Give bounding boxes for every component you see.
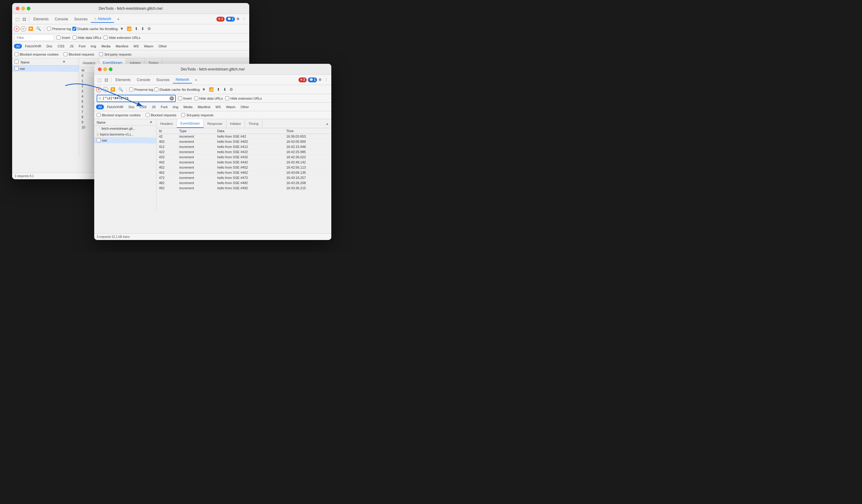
type-css-back[interactable]: CSS (56, 44, 67, 49)
type-other-back[interactable]: Other (156, 44, 169, 49)
panel-tab-response-front[interactable]: Response (204, 119, 226, 128)
device-icon[interactable]: ⊡ (21, 16, 28, 23)
type-other-front[interactable]: Other (238, 105, 251, 109)
type-font-back[interactable]: Font (77, 44, 88, 49)
type-fetch-front[interactable]: Fetch/XHR (105, 105, 126, 109)
tab-network-back[interactable]: ⚠ Network (91, 15, 114, 23)
wifi-icon-front[interactable]: 📶 (208, 87, 214, 92)
hide-data-label-back[interactable]: Hide data URLs (73, 36, 102, 40)
invert-label-front[interactable]: Invert (178, 96, 192, 100)
es-row-front[interactable]: 432incrementhello from SSE #43216:42:36.… (157, 155, 331, 160)
minimize-button-back[interactable] (21, 7, 25, 10)
type-wasm-back[interactable]: Wasm (142, 44, 156, 49)
tab-elements-back[interactable]: Elements (30, 16, 52, 23)
panel-tab-initiator-front[interactable]: Initiator (226, 119, 245, 128)
tab-console-front[interactable]: Console (134, 77, 153, 83)
third-party-front[interactable]: 3rd-party requests (181, 113, 213, 117)
invert-check-back[interactable] (56, 36, 61, 40)
request-row-sse-front[interactable]: sse (94, 137, 156, 143)
record-btn-front[interactable]: ● (96, 87, 102, 92)
clear-btn-front[interactable]: ⊘ (103, 87, 108, 92)
maximize-button-back[interactable] (27, 7, 30, 10)
es-row-front[interactable]: 442incrementhello from SSE #44216:42:46.… (157, 160, 331, 165)
tab-sources-back[interactable]: Sources (71, 16, 91, 23)
panel-tab-eventstream-front[interactable]: EventStream (177, 119, 204, 128)
filter-icon-back[interactable]: 🔽 (27, 26, 34, 31)
invert-check-front[interactable] (178, 96, 182, 100)
regex-input-front[interactable] (102, 96, 168, 100)
es-row-front[interactable]: 422incrementhello from SSE #42216:42:25.… (157, 149, 331, 155)
type-media-front[interactable]: Media (181, 105, 195, 109)
tab-console-back[interactable]: Console (52, 16, 71, 23)
download-icon-back[interactable]: ⬇ (140, 26, 145, 31)
type-ws-back[interactable]: WS (131, 44, 141, 49)
disable-cache-label-front[interactable]: Disable cache (154, 88, 181, 91)
preserve-log-check-front[interactable] (129, 88, 133, 91)
hide-data-check-front[interactable] (194, 96, 198, 100)
minimize-button-front[interactable] (103, 67, 107, 71)
invert-label-back[interactable]: Invert (56, 36, 70, 40)
third-party-back[interactable]: 3rd-party requests (99, 52, 131, 56)
more-icon-front[interactable]: ⋮ (323, 77, 329, 83)
disable-cache-check-front[interactable] (154, 88, 158, 91)
es-row-front[interactable]: 402incrementhello from SSE #40216:42:05.… (157, 139, 331, 144)
upload-icon-front[interactable]: ⬆ (216, 87, 221, 92)
type-manifest-front[interactable]: Manifest (195, 105, 212, 109)
panel-tab-headers-front[interactable]: Headers (157, 119, 177, 128)
type-doc-back[interactable]: Doc (44, 44, 55, 49)
type-img-front[interactable]: Img (170, 105, 180, 109)
request-row-sse-back[interactable]: sse (12, 66, 79, 72)
hide-ext-label-front[interactable]: Hide extension URLs (225, 96, 262, 100)
es-row-front[interactable]: 452incrementhello from SSE #45216:42:56.… (157, 165, 331, 170)
es-row-front[interactable]: 472incrementhello from SSE #47216:43:16.… (157, 175, 331, 181)
es-row-front[interactable]: 482incrementhello from SSE #48216:43:26.… (157, 181, 331, 186)
type-media-back[interactable]: Media (99, 44, 113, 49)
regex-clear-btn[interactable]: ✕ (170, 96, 174, 101)
preserve-log-label-front[interactable]: Preserve log (129, 88, 153, 91)
filter-input-back[interactable] (15, 34, 54, 41)
hide-data-label-front[interactable]: Hide data URLs (194, 96, 223, 100)
inspect-icon[interactable]: ⬚ (14, 16, 21, 23)
es-row-front[interactable]: 462incrementhello from SSE #46216:43:06.… (157, 170, 331, 175)
wifi-icon-back[interactable]: 📶 (126, 26, 132, 31)
close-button-front[interactable] (98, 67, 102, 71)
search-icon-back[interactable]: 🔍 (35, 26, 42, 31)
type-img-back[interactable]: Img (89, 44, 98, 49)
blocked-cookies-front[interactable]: Blocked response cookies (97, 113, 141, 117)
type-js-back[interactable]: JS (67, 44, 76, 49)
hide-ext-label-back[interactable]: Hide extension URLs (104, 36, 140, 40)
close-button-back[interactable] (16, 7, 19, 10)
inspect-icon-front[interactable]: ⬚ (96, 77, 103, 83)
type-all-front[interactable]: All (96, 105, 104, 109)
type-font-front[interactable]: Font (159, 105, 170, 109)
disable-cache-label-back[interactable]: Disable cache (72, 27, 99, 31)
throttling-dropdown-front[interactable]: ▼ (201, 87, 207, 92)
tab-elements-front[interactable]: Elements (113, 77, 134, 83)
type-js-front[interactable]: JS (149, 105, 158, 109)
tab-more-back[interactable]: » (114, 16, 122, 23)
device-icon-front[interactable]: ⊡ (103, 77, 110, 83)
record-btn-back[interactable]: ● (14, 26, 19, 31)
settings2-icon-back[interactable]: ⚙ (146, 26, 152, 31)
search-icon-front[interactable]: 🔍 (117, 87, 124, 92)
request-row-fetch-front[interactable]: 📄 fetch-eventstream.gli... (94, 126, 156, 132)
select-sse-front[interactable] (97, 138, 101, 142)
tab-more-front[interactable]: » (192, 77, 200, 83)
type-manifest-back[interactable]: Manifest (113, 44, 130, 49)
blocked-req-front[interactable]: Blocked requests (146, 113, 176, 117)
type-doc-front[interactable]: Doc (127, 105, 137, 109)
regex-cancel-btn[interactable]: ⊘ (99, 96, 101, 100)
settings-icon-front[interactable]: ⚙ (317, 77, 323, 83)
type-fetch-back[interactable]: Fetch/XHR (23, 44, 43, 49)
maximize-button-front[interactable] (109, 67, 113, 71)
preserve-log-label-back[interactable]: Preserve log (47, 27, 71, 31)
panel-tab-timing-front[interactable]: Timing (245, 119, 263, 128)
type-all-back[interactable]: All (14, 44, 22, 49)
type-ws-front[interactable]: WS (213, 105, 223, 109)
select-sse-back[interactable] (15, 67, 18, 70)
hide-ext-check-front[interactable] (225, 96, 229, 100)
download-icon-front[interactable]: ⬇ (222, 87, 227, 92)
es-row-front[interactable]: 412incrementhello from SSE #41216:42:15.… (157, 144, 331, 149)
filter-icon-front[interactable]: 🔽 (109, 87, 116, 92)
clear-btn-back[interactable]: ⊘ (21, 26, 26, 31)
